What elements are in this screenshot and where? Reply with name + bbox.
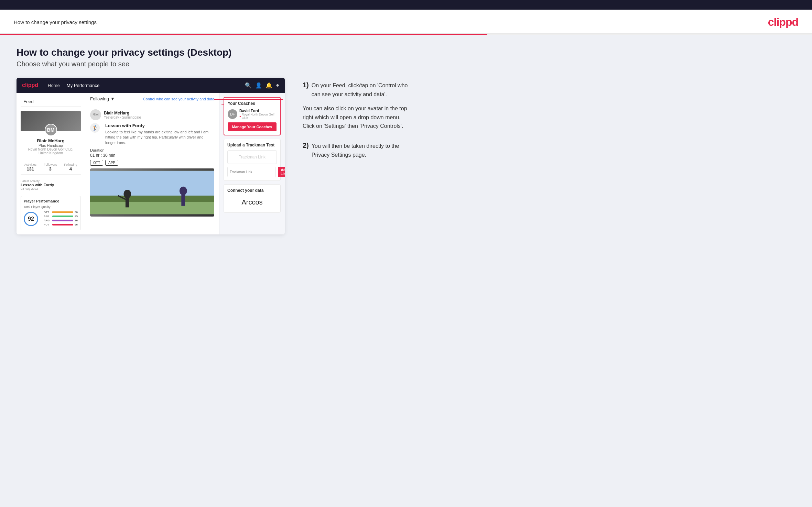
profile-club: Royal North Devon Golf Club, United King… xyxy=(23,147,78,155)
svg-rect-2 xyxy=(90,202,214,214)
feed-user-info: Blair McHarg Yesterday · Sunningdale xyxy=(104,111,141,119)
metric-ott-val: 90 xyxy=(75,211,78,214)
step2-number: 2) xyxy=(303,142,309,150)
svg-point-4 xyxy=(123,190,131,198)
privacy-control-link[interactable]: Control who can see your activity and da… xyxy=(143,97,214,101)
right-panel: Your Coaches DF David Ford ● Royal North… xyxy=(219,93,285,234)
stat-followers-value: 3 xyxy=(44,166,57,172)
perf-quality-label: Total Player Quality xyxy=(24,205,78,209)
tag-ott: OTT xyxy=(90,160,103,166)
feed-user-name: Blair McHarg xyxy=(104,111,141,115)
profile-stats: Activities 131 Followers 3 Following 4 xyxy=(21,160,81,175)
feed-photo xyxy=(90,168,214,217)
notification-icon[interactable]: 🔔 xyxy=(266,82,272,89)
metric-bars: OTT 90 APP 85 ARG xyxy=(44,211,78,227)
svg-rect-8 xyxy=(181,195,185,206)
center-feed: Following ▼ Control who can see your act… xyxy=(85,93,219,234)
metric-arg: ARG 86 xyxy=(44,219,78,222)
metric-putt-bar xyxy=(52,224,73,225)
connect-title: Connect your data xyxy=(227,188,277,193)
add-link-button[interactable]: Add Link xyxy=(278,167,285,177)
latest-activity-name: Lesson with Fordy xyxy=(21,183,81,187)
trackman-link-input[interactable] xyxy=(227,167,276,177)
score-circle: 92 xyxy=(24,212,38,226)
step1-number: 1) xyxy=(303,81,309,89)
app-nav: clippd Home My Performance 🔍 👤 🔔 ● xyxy=(17,78,285,93)
step-1: 1) On your Feed, click/tap on 'Control w… xyxy=(303,81,413,131)
stat-following: Following 4 xyxy=(64,163,77,172)
annotation-line xyxy=(214,99,283,100)
latest-activity-label: Latest Activity xyxy=(21,179,81,183)
coach-club: Royal North Devon Golf Club xyxy=(242,113,277,120)
nav-home[interactable]: Home xyxy=(48,83,60,88)
header: How to change your privacy settings clip… xyxy=(0,10,812,34)
player-performance: Player Performance Total Player Quality … xyxy=(21,196,81,230)
feed-tab[interactable]: Feed xyxy=(21,97,81,107)
upload-box: Upload a Trackman Test Trackman Link Add… xyxy=(224,139,281,181)
feed-item: BM Blair McHarg Yesterday · Sunningdale … xyxy=(85,105,219,221)
tag-app: APP xyxy=(105,160,118,166)
search-icon[interactable]: 🔍 xyxy=(245,82,252,89)
arccos-logo: Arccos xyxy=(227,196,277,209)
metric-app: APP 85 xyxy=(44,215,78,218)
metric-ott-label: OTT xyxy=(44,211,51,214)
avatar-icon[interactable]: ● xyxy=(276,82,279,89)
metric-putt-label: PUTT xyxy=(44,223,51,226)
left-arrow xyxy=(221,104,224,105)
feed-lesson-desc: Looking to feel like my hands are exitin… xyxy=(105,130,214,145)
lesson-icon: 🏌 xyxy=(90,123,100,133)
avatar: BM xyxy=(45,124,57,136)
metric-putt: PUTT 96 xyxy=(44,223,78,226)
following-label: Following xyxy=(90,96,109,101)
metric-ott-bar xyxy=(52,211,73,213)
stat-activities: Activities 131 xyxy=(24,163,36,172)
profile-name: Blair McHarg xyxy=(23,138,78,143)
metric-ott: OTT 90 xyxy=(44,211,78,214)
feed-header: Following ▼ Control who can see your act… xyxy=(85,93,219,105)
duration-label: Duration xyxy=(90,148,105,152)
profile-card: BM Blair McHarg Plus Handicap Royal Nort… xyxy=(21,111,81,193)
nav-links: Home My Performance xyxy=(48,83,99,88)
latest-activity-date: 03 Aug 2022 xyxy=(21,187,81,190)
feed-item-header: BM Blair McHarg Yesterday · Sunningdale xyxy=(90,109,214,120)
step1-extra: You can also click on your avatar in the… xyxy=(303,104,413,131)
perf-title: Player Performance xyxy=(24,199,78,203)
metric-putt-val: 96 xyxy=(75,223,78,226)
step-2: 2) You will then be taken directly to th… xyxy=(303,142,413,159)
svg-rect-3 xyxy=(90,171,214,196)
main-layout: clippd Home My Performance 🔍 👤 🔔 ● Feed xyxy=(17,78,795,234)
stat-following-label: Following xyxy=(64,163,77,166)
feed-user-avatar: BM xyxy=(90,109,101,120)
connect-box: Connect your data Arccos xyxy=(224,184,281,213)
metric-arg-bar xyxy=(52,220,73,221)
feed-user-meta: Yesterday · Sunningdale xyxy=(104,115,141,119)
content-area: How to change your privacy settings (Des… xyxy=(0,35,812,507)
upload-row: Add Link xyxy=(227,167,277,177)
stat-activities-value: 131 xyxy=(24,166,36,172)
feed-lesson-title: Lesson with Fordy xyxy=(105,123,214,128)
profile-banner: BM xyxy=(21,111,81,131)
nav-my-performance[interactable]: My Performance xyxy=(67,83,99,88)
page-subheading: Choose what you want people to see xyxy=(17,60,795,68)
stat-followers-label: Followers xyxy=(44,163,57,166)
coaches-title: Your Coaches xyxy=(228,101,277,106)
metric-arg-label: ARG xyxy=(44,219,51,222)
stat-activities-label: Activities xyxy=(24,163,36,166)
following-button[interactable]: Following ▼ xyxy=(90,96,115,101)
trackman-link-placeholder: Trackman Link xyxy=(227,150,277,164)
coach-row: DF David Ford ● Royal North Devon Golf C… xyxy=(228,109,277,120)
stat-followers: Followers 3 xyxy=(44,163,57,172)
profile-handicap: Plus Handicap xyxy=(23,143,78,147)
person-icon[interactable]: 👤 xyxy=(255,82,262,89)
stat-following-value: 4 xyxy=(64,166,77,172)
app-body: Feed BM Blair McHarg Plus Handicap Royal… xyxy=(17,93,285,234)
metric-app-label: APP xyxy=(44,215,51,218)
logo: clippd xyxy=(768,16,798,29)
coach-avatar: DF xyxy=(228,109,237,119)
nav-icons: 🔍 👤 🔔 ● xyxy=(245,82,279,89)
manage-coaches-button[interactable]: Manage Your Coaches xyxy=(228,122,277,131)
feed-duration: Duration xyxy=(90,148,214,152)
page-heading: How to change your privacy settings (Des… xyxy=(17,47,795,58)
latest-activity: Latest Activity Lesson with Fordy 03 Aug… xyxy=(21,177,81,193)
metric-app-bar xyxy=(52,216,73,217)
